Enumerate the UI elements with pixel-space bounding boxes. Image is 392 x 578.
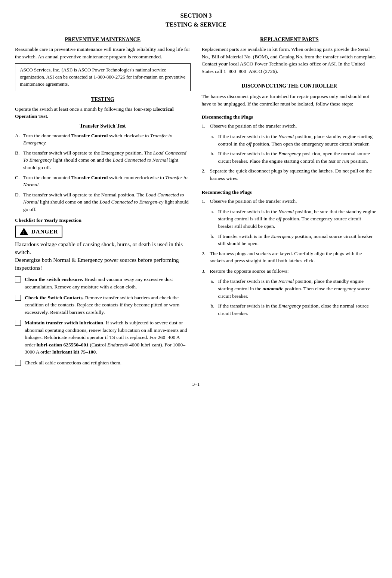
reconnect-item-1a: a. If the transfer switch is in the Norm… xyxy=(211,208,377,230)
danger-label: DANGER xyxy=(31,229,58,235)
test-item-a: A. Turn the door-mounted Transfer Contro… xyxy=(15,132,191,147)
checkbox-item-clean: Clean the switch enclosure. Brush and va… xyxy=(15,276,191,290)
checkbox-item-cables: Check all cable connections and retighte… xyxy=(15,359,191,367)
test-item-b: B. The transfer switch will operate to t… xyxy=(15,149,191,171)
danger-container: DANGER Hazardous voltage capable of caus… xyxy=(15,226,191,272)
reconnect-item-2: 2. The harness plugs and sockets are key… xyxy=(202,250,377,264)
test-item-d: D. The transfer switch will operate to t… xyxy=(15,191,191,213)
disconnecting-heading: DISCONNECTING THE CONTROLLER xyxy=(202,83,377,89)
disconnect-item-1: 1. Observe the position of the transfer … xyxy=(202,122,377,130)
testing-heading: TESTING xyxy=(15,97,191,103)
testing-section: TESTING Operate the switch at least once… xyxy=(15,97,191,213)
disconnecting-plugs-section: Disconnecting the Plugs 1. Observe the p… xyxy=(202,114,377,182)
preventive-maintenance-heading: PREVENTIVE MAINTENANCE xyxy=(15,37,191,43)
danger-box: DANGER xyxy=(15,226,62,238)
testing-para1: Operate the switch at least once a month… xyxy=(15,105,191,120)
disconnecting-para1: The harness disconnect plugs are furnish… xyxy=(202,93,377,107)
disconnect-item-1b: b. If the transfer switch is in the Emer… xyxy=(211,150,377,165)
replacement-parts-section: REPLACEMENT PARTS Replacement parts are … xyxy=(202,37,377,75)
reconnect-item-3a: a. If the transfer switch is in the Norm… xyxy=(211,278,377,300)
asco-info-box: ASCO Services, Inc. (ASI) is ASCO Power … xyxy=(15,63,191,91)
checkbox-item-lubrication: Maintain transfer switch lubrication. If… xyxy=(15,319,191,356)
checklist-heading: Checklist for Yearly Inspection xyxy=(15,217,191,223)
reconnecting-plugs-section: Reconnecting the Plugs 1. Observe the po… xyxy=(202,189,377,317)
disconnect-item-1a: a. If the transfer switch is in the Norm… xyxy=(211,133,377,147)
checkbox-clean[interactable] xyxy=(15,276,21,282)
reconnect-item-1: 1. Observe the position of the transfer … xyxy=(202,198,377,205)
disconnecting-plugs-heading: Disconnecting the Plugs xyxy=(202,114,377,120)
reconnect-item-3b: b. If the transfer switch is in the Emer… xyxy=(211,302,377,317)
checkbox-item-contacts: Check the Switch Contacts. Remove transf… xyxy=(15,294,191,316)
reconnect-item-3: 3. Restore the opposite source as follow… xyxy=(202,267,377,275)
page-title: SECTION 3 TESTING & SERVICE xyxy=(15,11,377,29)
checkbox-contacts[interactable] xyxy=(15,295,21,301)
preventive-maintenance-para1: Reasonable care in preventive maintenanc… xyxy=(15,46,191,60)
replacement-parts-heading: REPLACEMENT PARTS xyxy=(202,37,377,43)
replacement-parts-para1: Replacement parts are available in kit f… xyxy=(202,46,377,75)
reconnect-item-1b: b. If transfer switch is in the Emergenc… xyxy=(211,233,377,247)
test-item-c: C. Turn the door-mounted Transfer Contro… xyxy=(15,174,191,189)
checkbox-content-lubrication: Maintain transfer switch lubrication. If… xyxy=(25,319,191,356)
checkbox-content-cables: Check all cable connections and retighte… xyxy=(25,359,191,367)
checkbox-list: Clean the switch enclosure. Brush and va… xyxy=(15,276,191,366)
checkbox-cables[interactable] xyxy=(15,360,21,366)
preventive-maintenance-section: PREVENTIVE MAINTENANCE Reasonable care i… xyxy=(15,37,191,91)
checklist-section: Checklist for Yearly Inspection DANGER H… xyxy=(15,217,191,366)
right-column: REPLACEMENT PARTS Replacement parts are … xyxy=(202,37,377,370)
reconnecting-plugs-heading: Reconnecting the Plugs xyxy=(202,189,377,195)
checkbox-content-clean: Clean the switch enclosure. Brush and va… xyxy=(25,276,191,290)
danger-text: Hazardous voltage capable of causing sho… xyxy=(15,241,191,272)
left-column: PREVENTIVE MAINTENANCE Reasonable care i… xyxy=(15,37,191,370)
checkbox-content-contacts: Check the Switch Contacts. Remove transf… xyxy=(25,294,191,316)
transfer-switch-title: Transfer Switch Test xyxy=(15,123,191,129)
disconnecting-section: DISCONNECTING THE CONTROLLER The harness… xyxy=(202,83,377,317)
page-footer: 3–1 xyxy=(15,381,377,387)
disconnect-item-2: 2. Separate the quick disconnect plugs b… xyxy=(202,167,377,182)
danger-triangle-icon xyxy=(19,228,28,235)
checkbox-lubrication[interactable] xyxy=(15,320,21,326)
